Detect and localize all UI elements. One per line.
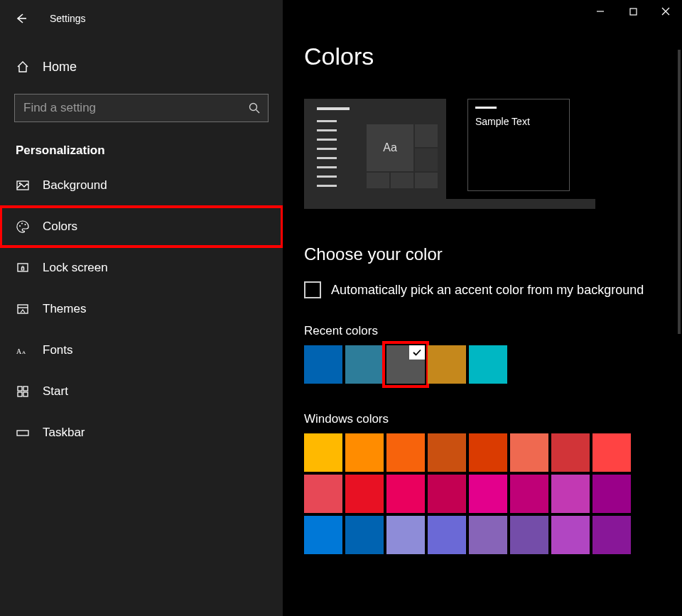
minimize-icon bbox=[596, 7, 605, 16]
windows-color-swatch[interactable] bbox=[304, 433, 342, 472]
sidebar-item-themes[interactable]: Themes bbox=[0, 288, 283, 330]
windows-color-swatch[interactable] bbox=[345, 433, 384, 472]
svg-rect-18 bbox=[18, 387, 22, 391]
windows-color-swatch[interactable] bbox=[345, 475, 384, 513]
recent-color-swatch[interactable] bbox=[304, 345, 342, 384]
recent-color-swatch[interactable] bbox=[386, 345, 425, 384]
sidebar-item-label: Start bbox=[43, 384, 68, 399]
recent-color-swatch[interactable] bbox=[469, 345, 507, 384]
preview-aa-label: Aa bbox=[367, 124, 413, 171]
close-icon bbox=[661, 7, 670, 16]
fonts-icon: AA bbox=[16, 343, 31, 357]
home-nav[interactable]: Home bbox=[0, 47, 283, 87]
sidebar-item-label: Themes bbox=[43, 302, 86, 316]
home-icon bbox=[16, 60, 31, 74]
sidebar-item-label: Background bbox=[43, 178, 107, 193]
recent-color-swatch[interactable] bbox=[428, 345, 466, 384]
windows-color-swatch[interactable] bbox=[551, 516, 590, 554]
windows-color-swatch[interactable] bbox=[386, 433, 425, 472]
window-maximize-button[interactable] bbox=[617, 0, 649, 23]
sidebar-item-fonts[interactable]: AAFonts bbox=[0, 330, 283, 371]
auto-accent-checkbox[interactable] bbox=[304, 281, 321, 298]
windows-color-swatch[interactable] bbox=[428, 433, 466, 472]
windows-color-swatch[interactable] bbox=[304, 475, 342, 513]
sidebar-item-lockscreen[interactable]: Lock screen bbox=[0, 247, 283, 288]
sidebar-item-label: Fonts bbox=[43, 343, 73, 357]
windows-color-swatch[interactable] bbox=[592, 475, 631, 513]
window-minimize-button[interactable] bbox=[584, 0, 617, 23]
svg-text:A: A bbox=[16, 347, 22, 355]
back-button[interactable] bbox=[13, 10, 30, 27]
svg-rect-1 bbox=[630, 9, 637, 15]
windows-color-swatch[interactable] bbox=[510, 433, 548, 472]
windows-color-swatch[interactable] bbox=[592, 516, 631, 554]
windows-color-swatch[interactable] bbox=[510, 475, 548, 513]
svg-rect-22 bbox=[17, 431, 28, 436]
windows-color-swatch[interactable] bbox=[428, 516, 466, 554]
windows-color-swatch[interactable] bbox=[592, 433, 631, 472]
svg-point-11 bbox=[25, 224, 26, 225]
svg-rect-19 bbox=[23, 387, 28, 391]
taskbar-icon bbox=[16, 426, 31, 440]
windows-color-swatch[interactable] bbox=[386, 475, 425, 513]
windows-color-swatch[interactable] bbox=[510, 516, 548, 554]
recent-colors-label: Recent colors bbox=[304, 324, 682, 338]
colors-icon bbox=[16, 220, 31, 234]
search-input[interactable] bbox=[14, 94, 269, 122]
svg-text:A: A bbox=[22, 350, 26, 355]
home-label: Home bbox=[43, 60, 77, 75]
recent-color-swatch[interactable] bbox=[345, 345, 384, 384]
preview-row: Aa Sample Text bbox=[304, 99, 682, 209]
sidebar-item-colors[interactable]: Colors bbox=[0, 206, 283, 247]
background-icon bbox=[16, 178, 31, 193]
auto-accent-label: Automatically pick an accent color from … bbox=[331, 283, 644, 298]
sidebar-item-background[interactable]: Background bbox=[0, 165, 283, 206]
windows-color-swatch[interactable] bbox=[469, 475, 507, 513]
sidebar-item-label: Lock screen bbox=[43, 261, 108, 275]
auto-accent-checkbox-row[interactable]: Automatically pick an accent color from … bbox=[304, 281, 682, 298]
windows-colors-label: Windows colors bbox=[304, 412, 682, 426]
checkmark-icon bbox=[409, 345, 425, 360]
windows-color-swatch[interactable] bbox=[469, 516, 507, 554]
choose-color-heading: Choose your color bbox=[304, 244, 682, 264]
sidebar-item-start[interactable]: Start bbox=[0, 371, 283, 412]
sidebar-item-taskbar[interactable]: Taskbar bbox=[0, 412, 283, 453]
themes-icon bbox=[16, 302, 31, 316]
windows-color-swatch[interactable] bbox=[428, 475, 466, 513]
app-title: Settings bbox=[50, 13, 86, 24]
svg-rect-21 bbox=[23, 392, 28, 396]
windows-color-swatch[interactable] bbox=[304, 516, 342, 554]
start-icon bbox=[16, 384, 31, 399]
windows-color-swatch[interactable] bbox=[469, 433, 507, 472]
svg-rect-13 bbox=[21, 268, 23, 270]
svg-point-8 bbox=[19, 183, 21, 185]
preview-sample-text: Sample Text bbox=[475, 116, 562, 127]
windows-color-swatch[interactable] bbox=[345, 516, 384, 554]
sidebar-item-label: Taskbar bbox=[43, 426, 85, 440]
preview-sample-tile[interactable]: Sample Text bbox=[467, 99, 570, 191]
sidebar-item-label: Colors bbox=[43, 220, 77, 234]
sidebar-section-title: Personalization bbox=[0, 144, 283, 158]
maximize-icon bbox=[629, 8, 637, 16]
back-arrow-icon bbox=[15, 12, 28, 25]
lockscreen-icon bbox=[16, 261, 31, 275]
svg-rect-20 bbox=[18, 392, 22, 396]
windows-color-swatch[interactable] bbox=[386, 516, 425, 554]
svg-rect-14 bbox=[18, 305, 28, 313]
preview-desktop-tile[interactable]: Aa bbox=[304, 99, 446, 209]
svg-point-10 bbox=[21, 223, 23, 225]
scrollbar[interactable] bbox=[678, 50, 681, 334]
window-close-button[interactable] bbox=[649, 0, 682, 23]
svg-point-9 bbox=[19, 225, 21, 227]
page-title: Colors bbox=[304, 43, 682, 70]
windows-color-swatch[interactable] bbox=[551, 475, 590, 513]
windows-color-swatch[interactable] bbox=[551, 433, 590, 472]
